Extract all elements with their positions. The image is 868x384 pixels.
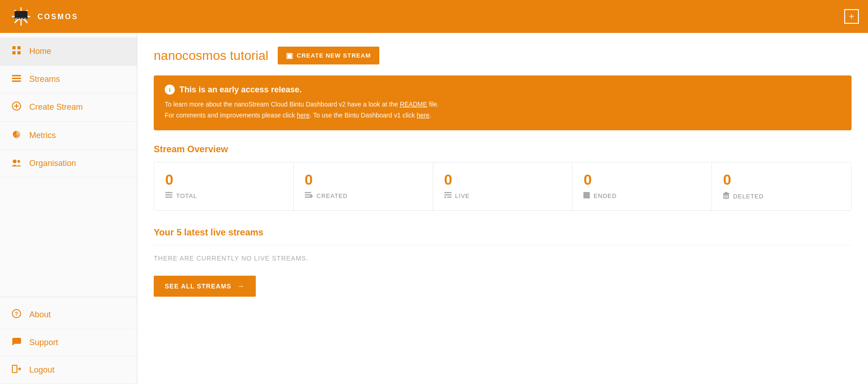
see-all-streams-button[interactable]: SEE ALL STREAMS → — [154, 276, 256, 297]
sidebar: Home Streams Create Stream Metrics — [0, 33, 137, 384]
sidebar-item-about[interactable]: ? About — [0, 301, 137, 329]
create-btn-label: CREATE NEW STREAM — [297, 52, 371, 59]
stat-deleted-label: DELETED — [733, 193, 764, 200]
stat-live-label: LIVE — [455, 192, 470, 199]
stat-total-label: TOTAL — [176, 192, 197, 199]
create-stream-icon — [11, 101, 22, 113]
svg-rect-35 — [583, 192, 590, 198]
stat-created-icon — [305, 192, 313, 200]
alert-title-text: This is an early access release. — [179, 85, 302, 95]
svg-rect-32 — [444, 194, 452, 196]
svg-rect-12 — [12, 78, 21, 79]
svg-rect-28 — [305, 197, 311, 198]
svg-text:nano: nano — [15, 16, 27, 21]
see-all-label: SEE ALL STREAMS — [165, 283, 232, 290]
alert-title: i This is an early access release. — [165, 85, 841, 95]
stat-total-label-row: TOTAL — [165, 192, 282, 200]
alert-line1-post: file. — [427, 101, 439, 108]
logo-cosmos-text: COSMOS — [38, 13, 78, 21]
svg-point-17 — [13, 160, 16, 163]
svg-rect-31 — [444, 192, 452, 193]
sidebar-nav: Home Streams Create Stream Metrics — [0, 33, 137, 297]
stat-total-icon — [165, 192, 173, 200]
sidebar-create-stream-label: Create Stream — [29, 102, 83, 112]
stats-row: 0 TOTAL 0 CREATED — [154, 162, 852, 211]
support-icon — [11, 337, 22, 348]
stat-card-total: 0 TOTAL — [154, 162, 294, 210]
svg-rect-23 — [165, 192, 173, 193]
main-layout: Home Streams Create Stream Metrics — [0, 33, 868, 384]
svg-point-18 — [17, 160, 20, 163]
svg-rect-21 — [12, 365, 17, 373]
sidebar-item-organisation[interactable]: Organisation — [0, 150, 137, 177]
svg-point-33 — [444, 196, 446, 198]
sidebar-about-label: About — [29, 310, 51, 320]
create-btn-plus-icon: ▣ — [286, 51, 293, 60]
logo-area: nano COSMOS — [9, 5, 78, 28]
svg-rect-7 — [12, 46, 16, 49]
logo-text: COSMOS — [38, 12, 78, 21]
organisation-icon — [11, 158, 22, 169]
stat-created-label: CREATED — [317, 192, 348, 199]
about-icon: ? — [11, 309, 22, 320]
svg-rect-8 — [17, 46, 21, 49]
sidebar-organisation-label: Organisation — [29, 159, 76, 168]
create-new-stream-button[interactable]: ▣ CREATE NEW STREAM — [278, 47, 379, 64]
svg-rect-27 — [305, 194, 311, 196]
sidebar-bottom: ? About Support Logout — [0, 297, 137, 384]
alert-line2-pre: For comments and improvements please cli… — [165, 112, 297, 119]
logo-star-icon: nano — [9, 5, 33, 28]
alert-here-link2[interactable]: here — [417, 112, 430, 119]
alert-line1-pre: To learn more about the nanoStream Cloud… — [165, 101, 400, 108]
stat-ended-label-row: ENDED — [583, 192, 701, 200]
alert-line2-mid: . To use the Bintu Dashboard v1 click — [310, 112, 417, 119]
logout-icon — [11, 365, 22, 375]
svg-rect-9 — [12, 51, 16, 54]
live-streams-title: Your 5 latest live streams — [154, 227, 852, 238]
arrow-right-icon: → — [237, 282, 245, 290]
stat-live-icon — [444, 192, 452, 200]
home-icon — [11, 46, 22, 57]
stat-total-value: 0 — [165, 171, 282, 188]
header-add-button[interactable]: + — [844, 9, 859, 24]
main-content: nanocosmos tutorial ▣ CREATE NEW STREAM … — [137, 33, 868, 384]
sidebar-item-logout[interactable]: Logout — [0, 357, 137, 384]
live-streams-section: Your 5 latest live streams THERE ARE CUR… — [154, 227, 852, 297]
alert-body: To learn more about the nanoStream Cloud… — [165, 99, 841, 121]
no-streams-message: THERE ARE CURRENTLY NO LIVE STREAMS. — [154, 245, 852, 267]
svg-rect-24 — [165, 194, 173, 196]
stat-deleted-value: 0 — [723, 171, 840, 188]
stat-ended-icon — [583, 192, 590, 200]
sidebar-logout-label: Logout — [29, 365, 54, 375]
stat-card-created: 0 CREATED — [294, 162, 433, 210]
top-header: nano COSMOS + — [0, 0, 868, 33]
sidebar-streams-label: Streams — [29, 75, 60, 84]
sidebar-item-home[interactable]: Home — [0, 37, 137, 66]
stat-ended-value: 0 — [583, 171, 701, 188]
metrics-icon — [11, 130, 22, 141]
alert-readme-link[interactable]: README — [400, 101, 427, 108]
svg-rect-38 — [725, 192, 728, 193]
stat-created-label-row: CREATED — [305, 192, 422, 200]
sidebar-home-label: Home — [29, 47, 51, 56]
stat-ended-label: ENDED — [593, 192, 617, 199]
sidebar-metrics-label: Metrics — [29, 131, 56, 140]
stream-overview-section: Stream Overview 0 TOTAL 0 — [154, 144, 852, 211]
alert-line2-post: . — [430, 112, 431, 119]
sidebar-item-streams[interactable]: Streams — [0, 66, 137, 93]
alert-info-icon: i — [165, 85, 175, 95]
stat-card-deleted: 0 DELETED — [712, 162, 851, 210]
alert-here-link1[interactable]: here — [297, 112, 310, 119]
stat-card-live: 0 LIVE — [433, 162, 573, 210]
stat-live-value: 0 — [444, 171, 561, 188]
stat-deleted-label-row: DELETED — [723, 192, 840, 201]
sidebar-item-metrics[interactable]: Metrics — [0, 122, 137, 150]
sidebar-item-create-stream[interactable]: Create Stream — [0, 93, 137, 122]
stat-created-value: 0 — [305, 171, 422, 188]
page-title-row: nanocosmos tutorial ▣ CREATE NEW STREAM — [154, 47, 852, 64]
svg-rect-25 — [165, 197, 173, 198]
svg-rect-34 — [447, 197, 452, 198]
alert-banner: i This is an early access release. To le… — [154, 75, 852, 130]
sidebar-item-support[interactable]: Support — [0, 329, 137, 357]
svg-rect-26 — [305, 192, 311, 193]
